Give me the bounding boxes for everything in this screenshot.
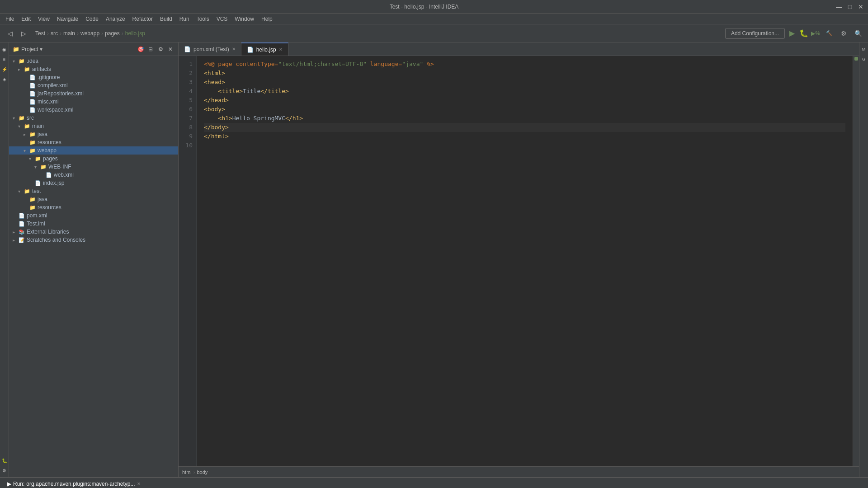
menu-file[interactable]: File (2, 15, 18, 23)
bottom-tab-run[interactable]: ▶ Run: org.apache.maven.plugins:maven-ar… (4, 480, 144, 488)
menu-navigate[interactable]: Navigate (53, 15, 82, 23)
external-libs-icon: 📚 (18, 229, 25, 235)
run-with-coverage-button[interactable]: ▶% (810, 28, 821, 39)
tree-item-scratches[interactable]: ▸ 📝 Scratches and Consoles (9, 236, 178, 244)
tree-item-compiler[interactable]: 📄 compiler.xml (9, 81, 178, 89)
breadcrumb-webapp[interactable]: webapp (80, 30, 99, 37)
menu-build[interactable]: Build (156, 15, 176, 23)
menu-run[interactable]: Run (176, 15, 193, 23)
breadcrumb-pages[interactable]: pages (105, 30, 120, 37)
tree-item-test[interactable]: ▾ 📁 test (9, 187, 178, 195)
main-folder-icon: 📁 (24, 123, 31, 129)
idea-folder-icon: 📁 (18, 58, 25, 64)
menu-refactor[interactable]: Refactor (129, 15, 156, 23)
tab-pom-xml[interactable]: 📄 pom.xml (Test) ✕ (179, 42, 241, 56)
file-tree: ▾ 📁 .idea ▸ 📁 artifacts 📄 .gitignore (9, 56, 178, 477)
menu-edit[interactable]: Edit (18, 15, 34, 23)
tree-item-artifacts[interactable]: ▸ 📁 artifacts (9, 65, 178, 73)
tree-item-misc[interactable]: 📄 misc.xml (9, 98, 178, 106)
left-icon-4[interactable]: ◈ (0, 75, 9, 83)
test-iml-icon: 📄 (18, 221, 25, 227)
debug-button[interactable]: 🐛 (798, 28, 809, 39)
toolbar-fwd-button[interactable]: ▷ (17, 27, 30, 40)
bottom-tabs: ▶ Run: org.apache.maven.plugins:maven-ar… (0, 478, 868, 488)
project-settings-button[interactable]: ⚙ (156, 45, 165, 53)
search-everywhere-button[interactable]: 🔍 (852, 27, 864, 40)
left-icon-5[interactable]: 🐛 (0, 456, 9, 465)
left-icon-1[interactable]: ◉ (0, 45, 9, 53)
code-content[interactable]: <%@ page contentType="text/html;charset=… (197, 56, 853, 466)
tree-item-webapp[interactable]: ▾ 📁 webapp (9, 146, 178, 155)
project-panel-header: 📁 Project ▾ 🎯 ⊟ ⚙ ✕ (9, 42, 178, 56)
tree-item-pages[interactable]: ▾ 📁 pages (9, 155, 178, 163)
left-icon-2[interactable]: ≡ (0, 55, 9, 63)
menu-help[interactable]: Help (258, 15, 276, 23)
locate-file-button[interactable]: 🎯 (137, 45, 145, 53)
menu-code[interactable]: Code (82, 15, 102, 23)
bottom-panel: ▶ Run: org.apache.maven.plugins:maven-ar… (0, 477, 868, 488)
tree-item-index-jsp[interactable]: 📄 index.jsp (9, 179, 178, 187)
tree-item-webinf[interactable]: ▾ 📁 WEB-INF (9, 163, 178, 171)
tree-arrow-webinf: ▾ (34, 164, 40, 169)
tree-item-main[interactable]: ▾ 📁 main (9, 122, 178, 130)
code-line-9: </html> (204, 132, 845, 141)
window-title: Test - hello.jsp - IntelliJ IDEA (390, 4, 459, 10)
project-close-button[interactable]: ✕ (166, 45, 175, 53)
jar-repos-icon: 📄 (29, 90, 36, 97)
breadcrumb-project[interactable]: Test (35, 30, 45, 37)
tree-item-workspace[interactable]: 📄 workspace.xml (9, 106, 178, 114)
left-sidebar: ◉ ≡ ⚡ ◈ 🐛 ⚙ (0, 42, 9, 477)
right-icon-gradle[interactable]: G (860, 55, 868, 63)
tree-arrow-java: ▸ (24, 132, 29, 137)
minimize-button[interactable]: — (835, 3, 843, 10)
toolbar-back-button[interactable]: ◁ (4, 27, 16, 40)
tree-item-pom-xml[interactable]: 📄 pom.xml (9, 211, 178, 220)
title-bar: Test - hello.jsp - IntelliJ IDEA — □ ✕ (0, 0, 868, 14)
src-folder-icon: 📁 (18, 115, 25, 121)
tree-item-web-xml[interactable]: 📄 web.xml (9, 171, 178, 179)
project-icon: 📁 (13, 46, 19, 52)
window-controls[interactable]: — □ ✕ (835, 3, 864, 10)
settings-button[interactable]: ⚙ (837, 27, 850, 40)
breadcrumb-file[interactable]: hello.jsp (125, 30, 145, 37)
code-editor[interactable]: 1 2 3 4 5 6 7 8 9 10 <%@ page contentTyp… (179, 56, 853, 466)
tree-item-resources[interactable]: 📁 resources (9, 138, 178, 146)
menu-tools[interactable]: Tools (193, 15, 213, 23)
scratches-icon: 📝 (18, 237, 25, 243)
code-line-8: </body> (204, 123, 845, 132)
close-button[interactable]: ✕ (857, 3, 864, 10)
right-icon-maven[interactable]: M (860, 45, 868, 53)
code-line-3: <head> (204, 78, 845, 87)
left-icon-3[interactable]: ⚡ (0, 65, 9, 73)
run-button[interactable]: ▶ (787, 28, 797, 39)
tree-item-external-libs[interactable]: ▸ 📚 External Libraries (9, 228, 178, 236)
tree-item-test-java[interactable]: 📁 java (9, 195, 178, 203)
left-icon-6[interactable]: ⚙ (0, 466, 9, 474)
menu-analyze[interactable]: Analyze (102, 15, 129, 23)
editor-breadcrumb-bar: html › body (179, 466, 859, 477)
build-button[interactable]: 🔨 (823, 27, 835, 40)
run-tab-close[interactable]: ✕ (137, 481, 141, 486)
tree-item-java[interactable]: ▸ 📁 java (9, 130, 178, 138)
tree-item-idea[interactable]: ▾ 📁 .idea (9, 57, 178, 65)
breadcrumb-src[interactable]: src (51, 30, 58, 37)
gitignore-icon: 📄 (29, 74, 36, 80)
project-dropdown-arrow[interactable]: ▾ (40, 46, 42, 52)
breadcrumb-main[interactable]: main (63, 30, 75, 37)
run-tab-icon: ▶ (7, 481, 11, 487)
collapse-all-button[interactable]: ⊟ (146, 45, 155, 53)
tree-item-src[interactable]: ▾ 📁 src (9, 114, 178, 122)
maximize-button[interactable]: □ (846, 3, 854, 10)
tree-item-test-resources[interactable]: 📁 resources (9, 203, 178, 211)
code-line-6: <body> (204, 105, 845, 114)
tab-hello-jsp[interactable]: 📄 hello.jsp ✕ (241, 42, 288, 56)
pom-xml-tab-close[interactable]: ✕ (232, 47, 236, 52)
tree-item-jarRepositories[interactable]: 📄 jarRepositories.xml (9, 89, 178, 98)
hello-jsp-tab-close[interactable]: ✕ (279, 47, 283, 52)
menu-window[interactable]: Window (231, 15, 258, 23)
menu-view[interactable]: View (34, 15, 53, 23)
tree-item-test-iml[interactable]: 📄 Test.iml (9, 220, 178, 228)
add-configuration-button[interactable]: Add Configuration... (725, 28, 785, 39)
tree-item-gitignore[interactable]: 📄 .gitignore (9, 73, 178, 81)
menu-vcs[interactable]: VCS (213, 15, 231, 23)
